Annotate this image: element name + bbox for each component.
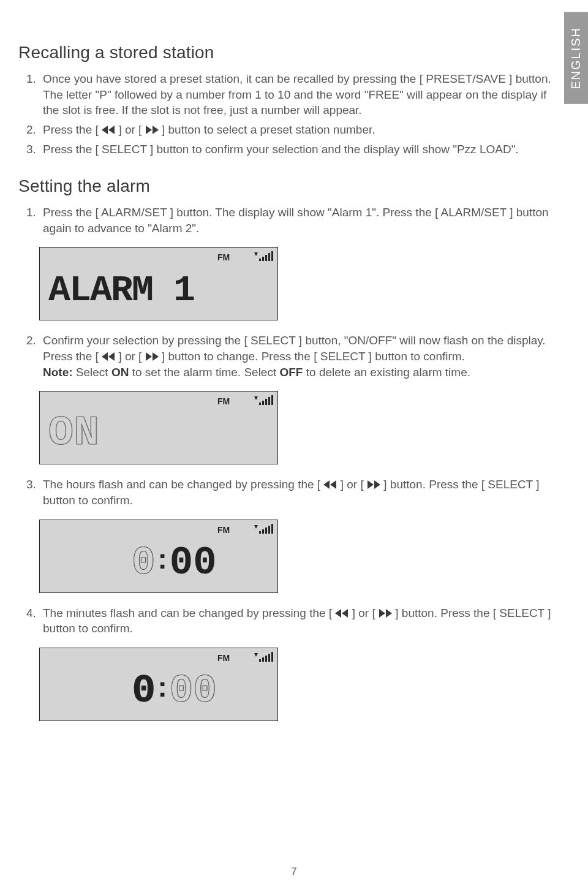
- lcd-text: ON: [48, 409, 100, 456]
- right-arrow-icon: [146, 352, 152, 361]
- list-item: Once you have stored a preset station, i…: [39, 71, 551, 118]
- svg-rect-6: [262, 401, 264, 405]
- text: ] button to change. Press the [ SELECT ]…: [159, 350, 465, 363]
- alarm-steps-cont: Confirm your selection by pressing the […: [18, 333, 551, 380]
- fm-label: FM: [217, 252, 230, 262]
- svg-rect-7: [265, 399, 267, 405]
- alarm-steps-cont2: The hours flash and can be changed by pr…: [18, 477, 551, 508]
- right-arrow-icon: [153, 352, 159, 361]
- text: ] or [: [115, 123, 145, 136]
- fm-label: FM: [217, 653, 230, 663]
- right-arrow-icon: [374, 480, 380, 489]
- svg-rect-19: [271, 652, 273, 662]
- right-arrow-icon: [379, 609, 385, 618]
- list-item: Confirm your selection by pressing the […: [39, 333, 551, 380]
- lcd-hours: 0: [132, 669, 155, 713]
- fm-label: FM: [217, 525, 230, 535]
- colon-icon: :: [155, 542, 169, 575]
- svg-rect-17: [265, 656, 267, 662]
- svg-rect-18: [268, 654, 270, 662]
- svg-rect-9: [271, 395, 273, 405]
- svg-rect-4: [271, 251, 273, 261]
- list-item: Press the [ ] or [ ] button to select a …: [39, 122, 551, 138]
- text: ON: [111, 366, 129, 379]
- note-label: Note:: [43, 366, 73, 379]
- signal-icon: [253, 251, 278, 265]
- text: OFF: [279, 366, 303, 379]
- left-arrow-icon: [102, 126, 108, 134]
- left-arrow-icon: [323, 480, 330, 489]
- right-arrow-icon: [386, 609, 392, 618]
- heading-recalling: Recalling a stored station: [18, 43, 551, 62]
- right-arrow-icon: [146, 126, 152, 134]
- list-item: The hours flash and can be changed by pr…: [39, 477, 551, 508]
- text: ] or [: [349, 607, 379, 619]
- text: to delete an existing alarm time.: [303, 366, 470, 379]
- left-arrow-icon: [102, 352, 108, 361]
- lcd-text: ALARM 1: [48, 270, 194, 311]
- lcd-minutes: 00: [170, 541, 217, 585]
- fm-label: FM: [217, 396, 230, 406]
- left-arrow-icon: [335, 609, 341, 618]
- lcd-display-alarm1: FM ALARM 1: [39, 247, 278, 320]
- list-item: Press the [ ALARM/SET ] button. The disp…: [39, 205, 551, 236]
- recalling-steps: Once you have stored a preset station, i…: [18, 71, 551, 157]
- text: Select: [73, 366, 111, 379]
- left-arrow-icon: [330, 480, 336, 489]
- svg-rect-10: [259, 531, 261, 534]
- colon-icon: :: [155, 670, 169, 703]
- svg-rect-8: [268, 397, 270, 405]
- lcd-time: 0 : 00: [132, 669, 217, 713]
- lcd-hours: 0: [132, 541, 155, 585]
- text: The minutes flash and can be changed by …: [43, 607, 335, 619]
- left-arrow-icon: [342, 609, 348, 618]
- svg-rect-0: [259, 259, 261, 261]
- text: The hours flash and can be changed by pr…: [43, 478, 323, 491]
- signal-icon: [253, 524, 278, 537]
- language-tab: ENGLISH: [564, 12, 588, 104]
- left-arrow-icon: [108, 352, 115, 361]
- svg-rect-2: [265, 255, 267, 261]
- alarm-steps-cont3: The minutes flash and can be changed by …: [18, 605, 551, 637]
- alarm-steps: Press the [ ALARM/SET ] button. The disp…: [18, 205, 551, 236]
- svg-rect-3: [268, 253, 270, 261]
- text: ] or [: [337, 478, 367, 491]
- lcd-minutes: 00: [170, 669, 217, 713]
- right-arrow-icon: [153, 126, 159, 134]
- svg-rect-13: [268, 526, 270, 534]
- text: ] or [: [115, 350, 145, 363]
- svg-rect-14: [271, 524, 273, 534]
- manual-page: ENGLISH Recalling a stored station Once …: [0, 0, 588, 889]
- right-arrow-icon: [368, 480, 374, 489]
- text: ] button to select a preset station numb…: [159, 123, 375, 136]
- svg-rect-5: [259, 403, 261, 405]
- svg-rect-12: [265, 528, 267, 534]
- svg-rect-16: [262, 657, 264, 662]
- svg-rect-11: [262, 529, 264, 534]
- heading-alarm: Setting the alarm: [18, 176, 551, 196]
- svg-rect-1: [262, 257, 264, 261]
- text: to set the alarm time. Select: [129, 366, 279, 379]
- lcd-display-minutes: FM 0 : 00: [39, 648, 278, 721]
- page-number: 7: [0, 866, 588, 878]
- list-item: The minutes flash and can be changed by …: [39, 605, 551, 637]
- list-item: Press the [ SELECT ] button to confirm y…: [39, 142, 551, 157]
- svg-rect-15: [259, 659, 261, 662]
- lcd-display-hours: FM 0 : 00: [39, 520, 278, 593]
- signal-icon: [253, 395, 278, 409]
- left-arrow-icon: [108, 126, 115, 134]
- text: Press the [: [43, 123, 102, 136]
- signal-icon: [253, 652, 278, 665]
- lcd-time: 0 : 00: [132, 541, 217, 585]
- lcd-display-on: FM ON: [39, 391, 278, 464]
